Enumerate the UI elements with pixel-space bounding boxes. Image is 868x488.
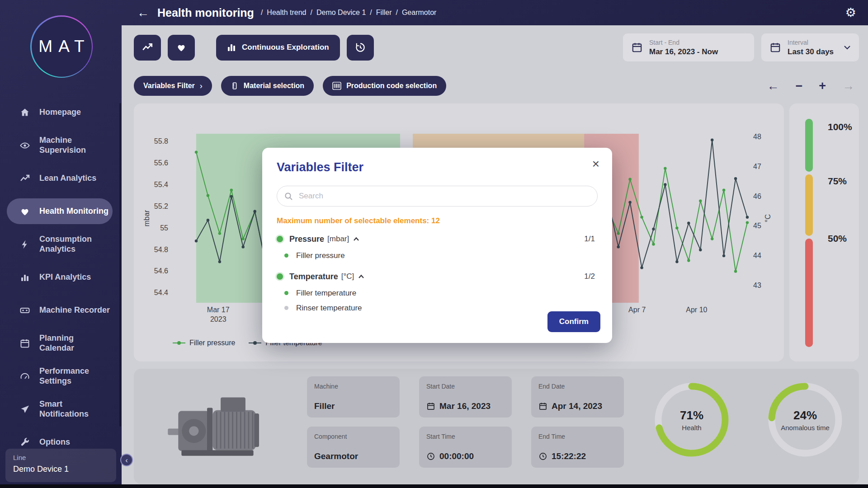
end-date-value: Apr 14, 2023 <box>552 401 602 411</box>
svg-text:45: 45 <box>753 222 761 230</box>
trend-view-button[interactable] <box>134 35 161 61</box>
end-time-label: End Time <box>538 433 617 440</box>
sidebar-item-lean-analytics[interactable]: Lean Analytics <box>0 162 122 195</box>
bolt-icon <box>19 239 31 250</box>
bar-chart-icon <box>227 43 236 52</box>
start-date-tile: Start Date Mar 16, 2023 <box>419 376 512 418</box>
back-icon[interactable]: ← <box>137 6 149 20</box>
sidebar-item-consumption-analytics[interactable]: Consumption Analytics <box>0 228 122 261</box>
svg-text:46: 46 <box>753 192 761 200</box>
production-code-selection-button[interactable]: Production code selection <box>323 76 446 96</box>
start-time-value: 00:00:00 <box>439 451 474 461</box>
page-title: Health monitoring <box>157 6 254 19</box>
legend-line-marker <box>249 343 261 343</box>
legend-dot-marker <box>253 341 257 345</box>
legend-label: Filler pressure <box>189 339 235 347</box>
chevron-up-icon <box>353 237 359 241</box>
material-selection-button[interactable]: Material selection <box>221 76 314 96</box>
zoom-in-icon[interactable]: + <box>819 79 826 93</box>
gear-icon[interactable]: ⚙ <box>845 5 856 20</box>
clock-icon <box>426 452 435 461</box>
history-icon <box>354 42 366 53</box>
start-time-tile: Start Time 00:00:00 <box>419 427 512 468</box>
max-selectable-note: Maximum number of selectable elements: 1… <box>277 216 598 225</box>
history-button[interactable] <box>347 35 374 61</box>
breadcrumb-item[interactable]: Demo Device 1 <box>316 9 366 17</box>
close-icon[interactable]: × <box>592 158 599 170</box>
end-time-value-row: 15:22:22 <box>538 451 617 461</box>
start-end-label: Start - End <box>649 39 718 46</box>
variable-option-filler-temperature[interactable]: Filler temperature <box>277 286 598 300</box>
group-unit: [°C] <box>341 272 354 281</box>
anomalous-time-gauge: 24% Anomalous time <box>767 381 844 458</box>
variables-filter-button[interactable]: Variables Filter › <box>134 76 212 96</box>
sidebar-item-homepage[interactable]: Homepage <box>0 96 122 129</box>
machine-tile: Machine Filler <box>307 376 400 418</box>
continuous-exploration-button[interactable]: Continuous Exploration <box>216 35 340 61</box>
confirm-button[interactable]: Confirm <box>547 311 600 332</box>
health-gauge-center: 71% Health <box>653 381 730 458</box>
sidebar-item-kpi-analytics[interactable]: KPI Analytics <box>0 261 122 294</box>
svg-text:55.2: 55.2 <box>154 202 168 210</box>
end-date-label: End Date <box>538 383 617 390</box>
gearmotor-image <box>165 381 269 465</box>
line-selector[interactable]: Line Demo Device 1 <box>5 449 116 482</box>
start-time-value-row: 00:00:00 <box>426 451 505 461</box>
svg-text:Apr 7: Apr 7 <box>628 306 646 314</box>
sidebar-item-label: Smart Notifications <box>39 399 89 418</box>
anomalous-time-gauge-label: Anomalous time <box>781 424 830 432</box>
group-name: Temperature <box>289 272 338 282</box>
material-selection-label: Material selection <box>244 82 304 90</box>
breadcrumb-item[interactable]: Gearmotor <box>402 9 436 17</box>
search-icon <box>284 192 293 201</box>
sidebar-item-machine-recorder[interactable]: Machine Recorder <box>0 294 122 327</box>
sidebar-scrollbar[interactable] <box>119 103 121 427</box>
breadcrumb-item[interactable]: Filler <box>376 9 392 17</box>
option-selected-dot <box>284 253 288 258</box>
production-code-selection-label: Production code selection <box>346 82 437 90</box>
chevron-up-icon <box>358 274 364 279</box>
header: ← Health monitoring / Health trend / Dem… <box>122 0 868 25</box>
barcode-icon <box>332 82 341 90</box>
sidebar-item-performance-settings[interactable]: Performance Settings <box>0 360 122 393</box>
clock-icon <box>538 452 547 461</box>
sidebar-collapse-button[interactable]: ‹ <box>120 454 133 466</box>
breadcrumb-separator: / <box>311 9 312 17</box>
zoom-out-icon[interactable]: − <box>795 79 802 93</box>
pan-right-icon[interactable]: → <box>842 79 854 93</box>
end-time-value: 15:22:22 <box>552 451 586 461</box>
component-detail-panel: Machine Filler Start Date Mar 16, 2023 E… <box>134 369 859 484</box>
svg-text:55.4: 55.4 <box>154 181 168 188</box>
sidebar-item-planning-calendar[interactable]: Planning Calendar <box>0 327 122 360</box>
sidebar-item-machine-supervision[interactable]: Machine Supervision <box>0 129 122 162</box>
pan-left-icon[interactable]: ← <box>767 79 779 93</box>
health-view-button[interactable] <box>168 35 195 61</box>
sidebar-item-smart-notifications[interactable]: Smart Notifications <box>0 393 122 426</box>
legend-item-filler-pressure[interactable]: Filler pressure <box>173 339 235 347</box>
trend-icon <box>142 42 153 53</box>
variable-group-header[interactable]: Pressure [mbar] 1/1 <box>277 230 598 248</box>
svg-text:mbar: mbar <box>143 210 151 226</box>
health-scale-label-50: 50% <box>828 233 847 244</box>
bar-chart-icon <box>19 272 31 283</box>
interval-picker[interactable]: Interval Last 30 days <box>761 33 859 61</box>
end-date-tile: End Date Apr 14, 2023 <box>531 376 624 418</box>
detail-tiles: Machine Filler Start Date Mar 16, 2023 E… <box>307 376 624 468</box>
start-date-value: Mar 16, 2023 <box>439 401 491 411</box>
sidebar-item-health-monitoring[interactable]: Health Monitoring <box>0 195 122 228</box>
breadcrumb-item[interactable]: Health trend <box>267 9 306 17</box>
search-input[interactable] <box>277 186 598 206</box>
group-selected-dot <box>277 273 283 280</box>
start-end-text: Start - End Mar 16, 2023 - Now <box>649 39 718 56</box>
wrench-icon <box>19 437 31 448</box>
variable-option-filler-pressure[interactable]: Filler pressure <box>277 248 598 263</box>
start-end-picker[interactable]: Start - End Mar 16, 2023 - Now <box>623 33 754 61</box>
health-scale-bar <box>805 119 813 347</box>
health-scale-segment <box>805 239 813 347</box>
sidebar-item-label: Options <box>39 437 70 447</box>
option-label: Rinser temperature <box>296 304 362 313</box>
svg-text:54.6: 54.6 <box>154 267 168 275</box>
variable-group-header[interactable]: Temperature [°C] 1/2 <box>277 267 598 286</box>
sidebar-nav: Homepage Machine Supervision Lean Analyt… <box>0 96 122 459</box>
calendar-icon <box>19 338 31 349</box>
